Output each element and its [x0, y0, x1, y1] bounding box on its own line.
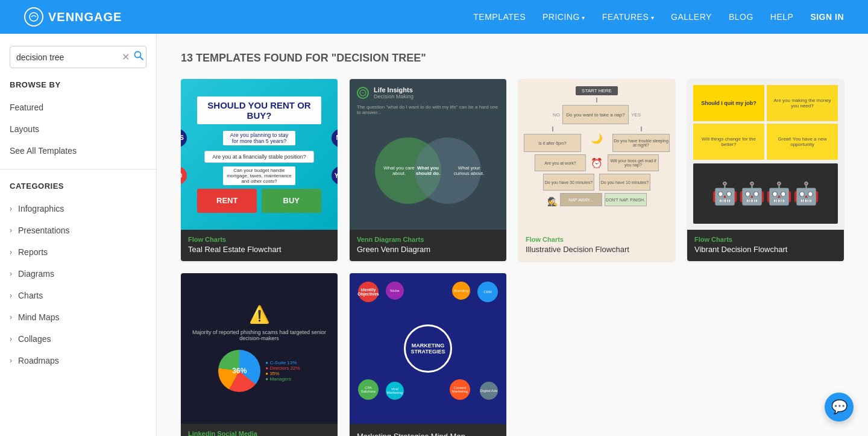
logo-icon	[24, 7, 43, 27]
nav-gallery[interactable]: GALLERY	[671, 12, 712, 22]
card-image-marketing: Identify Objectives Niche Branding CRM C…	[350, 273, 506, 424]
svg-point-0	[30, 13, 38, 21]
chevron-right-icon: ›	[10, 335, 12, 343]
card-footer: Flow Charts Illustrative Decision Flowch…	[518, 230, 675, 261]
card-image-teal-flowchart: SHOULD YOU RENT OR BUY? YES Are you plan…	[181, 79, 338, 230]
nav-pricing[interactable]: PRICING	[542, 12, 585, 22]
chevron-right-icon: ›	[10, 270, 12, 278]
card-footer: Flow Charts Vibrant Decision Flowchart	[687, 230, 844, 261]
sidebar-item-see-all[interactable]: See All Templates	[0, 140, 156, 162]
sidebar: ✕ BROWSE BY Featured Layouts See All Tem…	[0, 34, 157, 436]
template-card[interactable]: Should I quit my job? Are you making the…	[687, 79, 844, 261]
card-title: Green Venn Diagram	[357, 245, 499, 255]
nav-links: TEMPLATES PRICING FEATURES GALLERY BLOG …	[473, 12, 844, 22]
life-insights-logo	[357, 87, 369, 99]
search-box[interactable]: ✕	[10, 46, 146, 68]
card-title: Marketing Strategies Mind Map	[357, 432, 499, 436]
template-card[interactable]: Life Insights Decision Making The questi…	[350, 79, 506, 261]
category-roadmaps[interactable]: › Roadmaps	[0, 350, 156, 371]
nav-signin[interactable]: SIGN IN	[810, 12, 844, 22]
category-diagrams[interactable]: › Diagrams	[0, 263, 156, 285]
warning-icon: ⚠️	[249, 305, 270, 324]
template-card[interactable]: Identify Objectives Niche Branding CRM C…	[350, 273, 506, 436]
card-image-vibrant: Should I quit my job? Are you making the…	[687, 79, 844, 230]
nav-templates[interactable]: TEMPLATES	[473, 12, 526, 22]
chevron-right-icon: ›	[10, 291, 12, 300]
card-title: Illustrative Decision Flowchart	[526, 245, 668, 255]
card-image-illustrative: START HERE NO Do you want to take a nap?…	[518, 79, 675, 230]
templates-grid: SHOULD YOU RENT OR BUY? YES Are you plan…	[181, 79, 844, 436]
chevron-right-icon: ›	[10, 226, 12, 235]
svg-line-2	[140, 57, 143, 60]
card-category: Venn Diagram Charts	[357, 236, 499, 243]
chevron-right-icon: ›	[10, 356, 12, 365]
card-footer: Flow Charts Teal Real Estate Flowchart	[181, 230, 338, 261]
card-category: Flow Charts	[694, 236, 837, 243]
chevron-right-icon: ›	[10, 248, 12, 256]
category-mind-maps[interactable]: › Mind Maps	[0, 306, 156, 328]
template-card[interactable]: SHOULD YOU RENT OR BUY? YES Are you plan…	[181, 79, 338, 261]
card-image-cyber: ⚠️ Majority of reported phishing scams h…	[181, 273, 338, 424]
chevron-right-icon: ›	[10, 204, 12, 213]
chat-icon: 💬	[831, 399, 848, 415]
top-navigation: VENNGAGE TEMPLATES PRICING FEATURES GALL…	[0, 0, 868, 34]
card-title: Vibrant Decision Flowchart	[694, 245, 837, 255]
card-image-venn: Life Insights Decision Making The questi…	[350, 79, 506, 230]
categories-label: CATEGORIES	[0, 177, 156, 198]
card-footer: Linkedin Social Media Dark Cyber Securit…	[181, 424, 338, 436]
category-charts[interactable]: › Charts	[0, 285, 156, 306]
sidebar-divider	[0, 169, 156, 169]
card-footer: Marketing Strategies Mind Map	[350, 424, 506, 436]
results-title: 13 TEMPLATES FOUND FOR "DECISION TREE"	[181, 52, 844, 65]
search-query-display: "DECISION TREE"	[332, 52, 426, 64]
sidebar-item-featured[interactable]: Featured	[0, 96, 156, 118]
browse-by-label: BROWSE BY	[0, 80, 156, 96]
chevron-right-icon: ›	[10, 313, 12, 321]
chat-bubble-button[interactable]: 💬	[825, 393, 854, 422]
logo[interactable]: VENNGAGE	[24, 7, 122, 27]
category-collages[interactable]: › Collages	[0, 328, 156, 350]
card-category: Linkedin Social Media	[188, 430, 330, 436]
search-clear-icon[interactable]: ✕	[122, 51, 130, 63]
main-layout: ✕ BROWSE BY Featured Layouts See All Tem…	[0, 34, 868, 436]
search-icon[interactable]	[133, 50, 144, 64]
results-count: 13	[181, 52, 193, 64]
card-title: Teal Real Estate Flowchart	[188, 245, 330, 255]
template-card[interactable]: START HERE NO Do you want to take a nap?…	[518, 79, 675, 261]
template-card[interactable]: ⚠️ Majority of reported phishing scams h…	[181, 273, 338, 436]
nav-blog[interactable]: BLOG	[729, 12, 753, 22]
category-infographics[interactable]: › Infographics	[0, 198, 156, 220]
main-content: 13 TEMPLATES FOUND FOR "DECISION TREE" S…	[157, 34, 868, 436]
card-category: Flow Charts	[526, 236, 668, 243]
category-presentations[interactable]: › Presentations	[0, 220, 156, 241]
search-input[interactable]	[16, 52, 122, 62]
nav-help[interactable]: HELP	[770, 12, 794, 22]
category-reports[interactable]: › Reports	[0, 241, 156, 263]
sidebar-item-layouts[interactable]: Layouts	[0, 118, 156, 140]
logo-text: VENNGAGE	[48, 10, 122, 24]
card-category: Flow Charts	[188, 236, 330, 243]
card-footer: Venn Diagram Charts Green Venn Diagram	[350, 230, 506, 261]
nav-features[interactable]: FEATURES	[602, 12, 654, 22]
results-label: TEMPLATES FOUND FOR	[196, 52, 332, 64]
